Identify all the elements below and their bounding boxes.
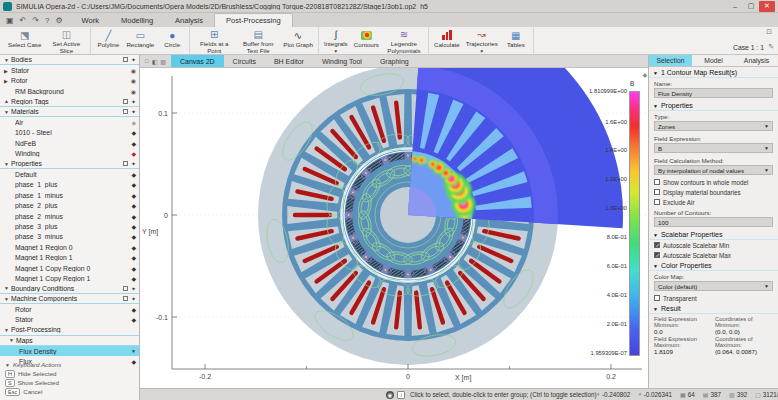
help-icon[interactable]: ? bbox=[45, 16, 49, 25]
tree-section-materials[interactable]: ▼Materials✦ bbox=[0, 107, 139, 117]
menu-tab-analysis[interactable]: Analysis bbox=[164, 14, 214, 27]
checkbox-checked[interactable] bbox=[654, 252, 660, 258]
tables-button[interactable]: ▦Tables bbox=[501, 27, 531, 54]
tree-expand-icon[interactable]: ▼ bbox=[4, 161, 11, 167]
undo-icon[interactable]: ↶ bbox=[20, 16, 27, 25]
tree-item-magnet-1-copy-region-1[interactable]: Magnet 1 Copy Region 1◆ bbox=[0, 273, 139, 283]
tree-section-bodies[interactable]: ▼Bodies✦ bbox=[0, 55, 139, 65]
tree-expand-icon[interactable]: ▼ bbox=[4, 57, 11, 63]
visibility-icon[interactable]: ◉ bbox=[131, 88, 136, 95]
show-box-icon[interactable] bbox=[123, 57, 128, 62]
layout-icon[interactable]: ⊡ bbox=[766, 28, 772, 36]
tree-item-default[interactable]: Default◆ bbox=[0, 169, 139, 179]
select-case-button[interactable]: ⬔Select Case bbox=[5, 27, 44, 54]
buffer-from-text-file-button[interactable]: ▤Buffer from Text File bbox=[236, 27, 280, 54]
show-box-icon[interactable] bbox=[123, 161, 128, 166]
tree-item-magnet-1-region-0[interactable]: Magnet 1 Region 0◆ bbox=[0, 242, 139, 252]
tree-item-phase-1-minus[interactable]: phase_1_minus◆ bbox=[0, 190, 139, 200]
panel-tab-selection[interactable]: Selection bbox=[649, 55, 692, 66]
visibility-icon[interactable]: ◉ bbox=[131, 77, 136, 84]
trajectories-button[interactable]: ↝Trajectories▼ bbox=[463, 27, 501, 54]
tree-item-air[interactable]: Air◆ bbox=[0, 117, 139, 127]
maximize-button[interactable]: ▢ bbox=[743, 1, 759, 12]
tree-expand-icon[interactable]: ▼ bbox=[4, 109, 11, 115]
section-header-scalebar-properties[interactable]: ▼Scalebar Properties bbox=[649, 229, 778, 240]
layout-single-icon[interactable]: □ bbox=[145, 58, 149, 64]
tree-item-flux-density[interactable]: Flux Density▼ bbox=[0, 346, 139, 356]
close-button[interactable]: ✕ bbox=[759, 1, 775, 12]
tree-item-magnet-1-copy-region-0[interactable]: Magnet 1 Copy Region 0◆ bbox=[0, 263, 139, 273]
polyline-button[interactable]: ╱Polyline bbox=[93, 27, 123, 54]
tree-section-boundary-conditions[interactable]: ▼Boundary Conditions✦ bbox=[0, 284, 139, 294]
add-icon[interactable]: ✦ bbox=[131, 160, 136, 167]
panel-tab-analysis[interactable]: Analysis bbox=[735, 55, 778, 66]
legendre-polynomials-button[interactable]: ≋Legendre Polynomials bbox=[382, 27, 426, 54]
tree-expand-icon[interactable]: ▼ bbox=[4, 285, 11, 291]
set-active-slice-button[interactable]: ◫Set Active Slice bbox=[44, 27, 88, 54]
tree-section-properties[interactable]: ▼Properties✦ bbox=[0, 159, 139, 169]
collapse-panel-icon[interactable]: ◆ bbox=[642, 71, 647, 78]
calculate-button[interactable]: Calculate bbox=[431, 27, 463, 54]
menu-tab-modelling[interactable]: Modelling bbox=[110, 14, 164, 27]
tree-item-winding[interactable]: Winding◆ bbox=[0, 149, 139, 159]
integrals-button[interactable]: ∫Integrals▼ bbox=[321, 27, 351, 54]
tree-item-1010-steel[interactable]: 1010 - Steel◆ bbox=[0, 128, 139, 138]
add-icon[interactable]: ✦ bbox=[131, 285, 136, 292]
minimize-button[interactable]: – bbox=[727, 1, 743, 12]
tree-section-machine-components[interactable]: ▼Machine Components✦ bbox=[0, 294, 139, 304]
add-icon[interactable]: ✦ bbox=[131, 98, 136, 105]
save-icon[interactable]: ▣ bbox=[6, 16, 14, 25]
panel-tab-model[interactable]: Model bbox=[692, 55, 735, 66]
case-settings-icon[interactable]: ✎ bbox=[768, 43, 774, 51]
layout-split-icon[interactable]: ◧ bbox=[152, 58, 158, 65]
tree-item-phase-2-plus[interactable]: phase_2_plus◆ bbox=[0, 200, 139, 210]
motor-contour-plot[interactable]: -0.200.2X [m]0.10-0.1Y [m] bbox=[140, 68, 648, 388]
show-box-icon[interactable] bbox=[123, 296, 128, 301]
tree-item-rm-background[interactable]: RM Background◉ bbox=[0, 86, 139, 96]
visibility-icon[interactable]: ◉ bbox=[131, 67, 136, 74]
tab-canvas-2d[interactable]: Canvas 2D bbox=[171, 55, 224, 67]
menu-tab-work[interactable]: Work bbox=[71, 14, 110, 27]
field-value-field-calculation-method-[interactable]: By interpolation of nodal values▼ bbox=[654, 165, 773, 175]
field-value-color-map-[interactable]: Color (default)▼ bbox=[654, 281, 773, 291]
tab-circuits[interactable]: Circuits bbox=[224, 55, 265, 67]
tree-item-stator[interactable]: Stator◆ bbox=[0, 315, 139, 325]
layout-grid-icon[interactable]: ▥ bbox=[160, 58, 166, 65]
tab-bh-editor[interactable]: BH Editor bbox=[265, 55, 313, 67]
checkbox-unchecked[interactable] bbox=[654, 189, 660, 195]
canvas-layout-icons[interactable]: □◧▥ bbox=[140, 55, 171, 67]
add-icon[interactable]: ✦ bbox=[131, 295, 136, 302]
tree-item-phase-2-minus[interactable]: phase_2_minus◆ bbox=[0, 211, 139, 221]
field-value-name-[interactable]: Flux Density bbox=[654, 88, 773, 98]
show-box-icon[interactable] bbox=[123, 99, 128, 104]
tree-item-phase-3-plus[interactable]: phase_3_plus◆ bbox=[0, 221, 139, 231]
tree-item-magnet-1-region-1[interactable]: Magnet 1 Region 1◆ bbox=[0, 252, 139, 262]
plot-graph-button[interactable]: ∿Plot Graph bbox=[280, 27, 316, 54]
tab-graphing[interactable]: Graphing bbox=[371, 55, 418, 67]
canvas-2d-viewport[interactable]: -0.200.2X [m]0.10-0.1Y [m] B 1.810999E+0… bbox=[140, 68, 648, 388]
section-header-1-contour-map-result-s-[interactable]: ▼1 Contour Map Result(s) bbox=[649, 67, 778, 78]
tree-expand-icon[interactable]: ▶ bbox=[4, 78, 11, 84]
menu-tab-post-processing[interactable]: Post-Processing bbox=[214, 13, 293, 27]
circle-button[interactable]: ●Circle bbox=[157, 27, 187, 54]
fields-at-a-point-button[interactable]: ⊞Fields at a Point bbox=[192, 27, 236, 54]
tree-expand-icon[interactable]: ▼ bbox=[9, 337, 16, 343]
tree-expand-icon[interactable]: ▶ bbox=[4, 68, 11, 74]
settings-icon[interactable]: ⚙ bbox=[55, 16, 62, 25]
tree-section-post-processing[interactable]: ▼Post-Processing bbox=[0, 325, 139, 335]
contours-button[interactable]: Contours bbox=[351, 27, 382, 54]
show-box-icon[interactable] bbox=[123, 109, 128, 114]
tab-winding-tool[interactable]: Winding Tool bbox=[313, 55, 371, 67]
checkbox-unchecked[interactable] bbox=[654, 295, 660, 301]
rectangle-button[interactable]: ▭Rectangle bbox=[123, 27, 157, 54]
tree-expand-icon[interactable]: ▼ bbox=[4, 296, 11, 302]
tree-expand-icon[interactable]: ▲ bbox=[4, 98, 11, 104]
section-header-result[interactable]: ▼Result bbox=[649, 303, 778, 314]
tree-section-maps[interactable]: ▼Maps bbox=[0, 336, 139, 346]
checkbox-unchecked[interactable] bbox=[654, 199, 660, 205]
field-value-type-[interactable]: Zones▼ bbox=[654, 121, 773, 131]
tree-item-rotor[interactable]: ▶Rotor◉ bbox=[0, 76, 139, 86]
tree-item-phase-3-minus[interactable]: phase_3_minus◆ bbox=[0, 232, 139, 242]
tree-item-phase-1-plus[interactable]: phase_1_plus◆ bbox=[0, 180, 139, 190]
checkbox-unchecked[interactable] bbox=[654, 179, 660, 185]
